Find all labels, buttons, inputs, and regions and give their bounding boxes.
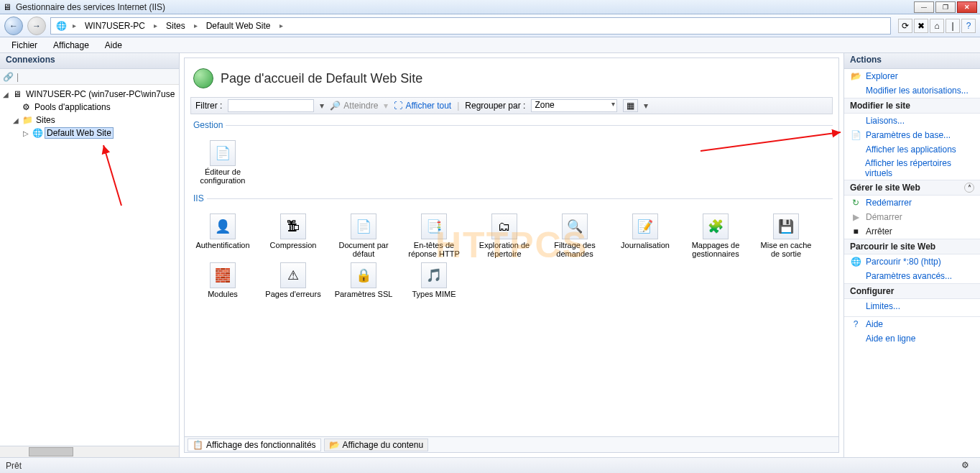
home-icon	[55, 20, 67, 32]
feature-config-editor[interactable]: 📄Éditeur de configuration	[192, 140, 254, 185]
help-icon[interactable]: ?	[961, 19, 976, 33]
feature-dir-browsing[interactable]: 🗂Exploration de répertoire	[473, 213, 535, 258]
ssl-settings-icon: 🔒	[351, 262, 376, 288]
feature-label: Types MIME	[412, 290, 456, 307]
request-filter-icon: 🔍	[562, 213, 588, 239]
feature-label: Pages d'erreurs	[265, 290, 320, 307]
feature-http-headers[interactable]: 📑En-têtes de réponse HTTP	[403, 213, 465, 258]
address-bar[interactable]: ▸ WIN7USER-PC ▸ Sites ▸ Default Web Site…	[50, 17, 891, 35]
section-manage-site: Gérer le site Web˄	[844, 180, 980, 196]
menu-view[interactable]: Affichage	[46, 39, 96, 52]
center-panel: HTTPCS Page d'accueil de Default Web Sit…	[180, 53, 843, 457]
tree-root[interactable]: ◢ WIN7USER-PC (win7user-PC\win7use	[0, 88, 179, 101]
view-tabs: 📋 Affichage des fonctionnalités 📂 Affich…	[184, 437, 839, 453]
expand-icon[interactable]: ▷	[22, 129, 30, 137]
feature-label: Éditeur de configuration	[192, 167, 254, 185]
feature-label: Journalisation	[621, 241, 670, 258]
connect-icon[interactable]: 🔗	[3, 72, 14, 82]
filter-label: Filtrer :	[195, 101, 222, 111]
stop-icon[interactable]: ✖	[914, 19, 928, 33]
expand-icon[interactable]: ◢	[1, 91, 10, 98]
action-advanced-settings[interactable]: Paramètres avancés...	[844, 269, 980, 283]
filter-bar: Filtrer : ▾ 🔎 Atteindre ▾ ⛶ Afficher tou…	[190, 97, 833, 114]
action-view-applications[interactable]: Afficher les applications	[844, 142, 980, 157]
breadcrumb-2[interactable]: Sites	[163, 21, 188, 31]
mime-types-icon: 🎵	[421, 262, 447, 288]
feature-default-doc[interactable]: 📄Document par défaut	[333, 213, 394, 258]
feature-authentication[interactable]: 👤Authentification	[192, 213, 254, 258]
home-nav-icon[interactable]: ⌂	[930, 19, 944, 33]
expand-icon[interactable]: ◢	[11, 116, 20, 124]
filter-input[interactable]	[228, 99, 314, 112]
status-config-icon[interactable]: ⚙	[961, 460, 974, 472]
action-online-help[interactable]: Aide en ligne	[844, 331, 980, 346]
main-layout: Connexions 🔗 | ◢ WIN7USER-PC (win7user-P…	[0, 53, 980, 457]
feature-compression[interactable]: 🗜Compression	[262, 213, 324, 258]
forward-button[interactable]: →	[27, 17, 46, 35]
minimize-button[interactable]	[914, 1, 934, 13]
feature-label: Compression	[270, 241, 317, 258]
feature-request-filter[interactable]: 🔍Filtrage des demandes	[544, 213, 606, 258]
tree-sites[interactable]: ◢ Sites	[0, 114, 179, 127]
menu-help[interactable]: Aide	[98, 39, 129, 52]
action-explore[interactable]: 📂Explorer	[844, 69, 980, 83]
breadcrumb-3[interactable]: Default Web Site	[203, 21, 274, 31]
refresh-icon[interactable]: ⟳	[898, 19, 912, 33]
start-icon: ▶	[850, 211, 861, 223]
horiz-scrollbar[interactable]	[0, 446, 179, 457]
action-restart[interactable]: ↻Redémarrer	[844, 196, 980, 210]
feature-logging[interactable]: 📝Journalisation	[614, 213, 676, 258]
feature-label: Document par défaut	[333, 241, 394, 258]
action-help[interactable]: ?Aide	[844, 317, 980, 331]
close-button[interactable]	[957, 1, 977, 13]
modules-icon: 🧱	[210, 262, 236, 288]
feature-error-pages[interactable]: ⚠Pages d'erreurs	[262, 262, 324, 307]
connections-header: Connexions	[0, 53, 179, 69]
feature-label: Modules	[208, 290, 238, 307]
breadcrumb-1[interactable]: WIN7USER-PC	[82, 21, 148, 31]
action-edit-permissions[interactable]: Modifier les autorisations...	[844, 83, 980, 98]
feature-label: En-têtes de réponse HTTP	[403, 241, 465, 258]
site-globe-icon	[193, 68, 213, 88]
view-mode-icon[interactable]: ▦	[623, 99, 638, 112]
connections-tree: ◢ WIN7USER-PC (win7user-PC\win7use Pools…	[0, 85, 179, 446]
action-view-virtual-dirs[interactable]: Afficher les répertoires virtuels	[844, 157, 980, 180]
folder-icon: 📂	[850, 70, 861, 82]
tab-features[interactable]: 📋 Affichage des fonctionnalités	[188, 438, 321, 451]
action-limits[interactable]: Limites...	[844, 299, 980, 313]
feature-output-cache[interactable]: 💾Mise en cache de sortie	[755, 213, 817, 258]
feature-handler-map[interactable]: 🧩Mappages de gestionnaires	[685, 213, 746, 258]
config-editor-icon: 📄	[210, 140, 236, 166]
feature-modules[interactable]: 🧱Modules	[192, 262, 254, 307]
handler-map-icon: 🧩	[703, 213, 729, 239]
action-bindings[interactable]: Liaisons...	[844, 114, 980, 128]
tab-content[interactable]: 📂 Affichage du contenu	[324, 438, 429, 451]
tree-app-pools[interactable]: Pools d'applications	[0, 101, 179, 114]
maximize-button[interactable]	[935, 1, 956, 13]
feature-mime-types[interactable]: 🎵Types MIME	[403, 262, 465, 307]
show-all-button[interactable]: ⛶ Afficher tout	[394, 101, 451, 111]
tree-default-site[interactable]: ▷ Default Web Site	[0, 127, 179, 139]
action-stop[interactable]: ■Arrêter	[844, 224, 980, 239]
action-start: ▶Démarrer	[844, 210, 980, 224]
action-basic-settings[interactable]: 📄Paramètres de base...	[844, 128, 980, 142]
feature-label: Filtrage des demandes	[544, 241, 606, 258]
action-browse-80[interactable]: 🌐Parcourir *:80 (http)	[844, 254, 980, 269]
go-button[interactable]: 🔎 Atteindre	[330, 101, 378, 111]
chevron-up-icon[interactable]: ˄	[964, 183, 974, 193]
feature-label: Mise en cache de sortie	[755, 241, 817, 258]
group-gestion: Gestion 📄Éditeur de configuration	[190, 120, 833, 190]
groupby-select[interactable]: Zone	[531, 99, 617, 112]
page-title: Page d'accueil de Default Web Site	[221, 71, 422, 86]
menu-file[interactable]: Fichier	[4, 39, 45, 52]
default-doc-icon: 📄	[351, 213, 376, 239]
feature-ssl-settings[interactable]: 🔒Paramètres SSL	[333, 262, 394, 307]
output-cache-icon: 💾	[773, 213, 799, 239]
app-pool-icon	[20, 101, 32, 113]
back-button[interactable]: ←	[4, 17, 23, 35]
connections-panel: Connexions 🔗 | ◢ WIN7USER-PC (win7user-P…	[0, 53, 180, 457]
error-pages-icon: ⚠	[280, 262, 306, 288]
actions-panel: Actions 📂Explorer Modifier les autorisat…	[843, 53, 980, 457]
settings-icon: 📄	[850, 129, 861, 141]
feature-label: Mappages de gestionnaires	[685, 241, 746, 258]
